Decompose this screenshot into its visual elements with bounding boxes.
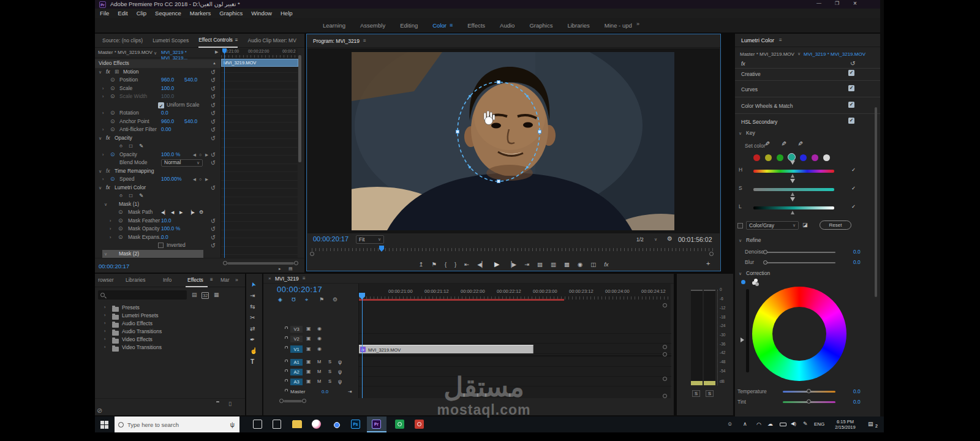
lumetri-section-color-wheels[interactable]: Color Wheels & Match (741, 103, 793, 109)
expander-icon[interactable]: › (102, 126, 104, 134)
action-center-icon[interactable]: ▤ (868, 421, 873, 427)
toggle-output-eye-icon[interactable]: ◉ (317, 346, 322, 352)
maximize-button[interactable]: ❐ (835, 1, 839, 6)
pen-tool[interactable]: ✒ (250, 336, 255, 343)
vertical-scrollbar[interactable] (875, 107, 877, 297)
chevron-down-icon[interactable]: ∨ (797, 51, 801, 56)
swatch-red[interactable] (753, 154, 760, 161)
colorgray-dropdown[interactable]: Color/Gray∨ (746, 221, 799, 230)
step-forward-icon[interactable]: ▕▶ (507, 261, 516, 268)
lumetri-sequence-clip[interactable]: MVI_3219 * MVI_3219.MOV (804, 51, 865, 57)
hue-enabled-check[interactable]: ✓ (851, 167, 856, 173)
track-resize-handle[interactable] (663, 345, 667, 349)
lumetri-title[interactable]: Lumetri Color (741, 37, 774, 43)
value-x[interactable]: 960.0 (161, 76, 174, 85)
stopwatch-icon[interactable]: ⊙ (110, 126, 115, 134)
colorgray-checkbox[interactable] (737, 223, 743, 228)
ec-row-opacity-header[interactable]: ∨ fx Opacity ↺ (95, 134, 221, 143)
expander-icon[interactable]: ∨ (739, 271, 742, 276)
program-tab[interactable]: Program: MVI_3219 (313, 38, 360, 44)
reset-icon[interactable]: ↺ (211, 85, 216, 93)
store-icon[interactable] (273, 420, 281, 429)
ec-row-anchor-point[interactable]: ⊙ Anchor Point 960.0 540.0 ↺ (95, 118, 221, 126)
panel-overflow-icon[interactable]: » (235, 277, 238, 283)
hue-handle-bottom[interactable] (791, 174, 794, 178)
multicam-icon[interactable]: ▩ (564, 261, 570, 268)
reset-icon[interactable]: ↺ (211, 225, 216, 233)
menu-graphics[interactable]: Graphics (219, 10, 243, 17)
expander-icon[interactable]: ∨ (104, 250, 107, 258)
mark-out-icon[interactable]: } (454, 261, 456, 268)
filter-32bit-icon[interactable]: 32 (202, 292, 209, 299)
tab-media-browser[interactable]: rowser (98, 277, 114, 283)
panel-menu-icon[interactable]: ≡ (363, 38, 366, 43)
ec-row-antiflicker[interactable]: › ⊙ Anti-flicker Filter 0.00 ↺ (95, 126, 221, 134)
checkbox-checked-icon[interactable]: ✓ (158, 102, 164, 108)
reset-icon[interactable]: ↺ (211, 134, 216, 143)
language-indicator[interactable]: ENG (814, 421, 824, 427)
voiceover-mic-icon[interactable]: ψ (338, 369, 342, 375)
pen-mask-icon[interactable]: ✎ (139, 192, 143, 200)
checkbox-unchecked-icon[interactable] (158, 243, 164, 248)
source-patch-icon[interactable]: ▣ (306, 326, 311, 331)
luminance-vslider-handle[interactable] (741, 337, 744, 342)
menu-markers[interactable]: Markers (190, 10, 211, 17)
invert-mask-icon[interactable]: ◪ (802, 222, 808, 228)
ec-row-inverted[interactable]: Inverted ↺ (95, 241, 221, 250)
track-target[interactable]: V3 (290, 326, 303, 333)
timeline-hscroll[interactable] (284, 400, 302, 402)
speaker-icon[interactable]: ◀) (791, 421, 796, 426)
track-target[interactable]: V2 (290, 336, 303, 342)
play-button[interactable]: ▶ (494, 260, 499, 268)
reset-icon[interactable]: ↺ (211, 159, 216, 167)
play-around-icon[interactable]: ▶ (215, 50, 218, 55)
hue-color-wheel[interactable] (752, 287, 846, 381)
checkbox-checked-icon[interactable]: ✓ (848, 85, 854, 91)
color-wheels-icon[interactable] (752, 281, 756, 285)
timeline-zoom-left-handle[interactable] (279, 399, 284, 403)
next-keyframe-icon[interactable]: ▶ (205, 151, 208, 159)
reset-icon[interactable]: ↺ (211, 126, 216, 134)
timeline-zoom-right-handle[interactable] (302, 399, 306, 403)
timeline-timecode[interactable]: 00:00:20:17 (277, 285, 322, 294)
stopwatch-icon[interactable]: ⊙ (118, 217, 123, 225)
expander-icon[interactable]: › (102, 175, 104, 184)
stopwatch-icon[interactable]: ⊙ (118, 208, 123, 217)
pen-icon[interactable]: ✎ (803, 421, 808, 427)
scrubber-right-handle[interactable] (709, 252, 714, 256)
reset-icon[interactable]: ↺ (211, 184, 216, 192)
wifi-icon[interactable]: ◠ (756, 421, 761, 428)
expander-icon[interactable]: › (110, 225, 111, 233)
step-back-icon[interactable]: ◀▏ (477, 261, 486, 268)
battery-icon[interactable] (780, 423, 786, 426)
mask-tools-wrench-icon[interactable]: ⚙ (199, 208, 203, 217)
luminance-vslider[interactable] (746, 289, 749, 372)
source-patch-icon[interactable]: ▣ (306, 379, 311, 384)
solo-button[interactable]: S (328, 379, 331, 384)
mark-in-icon[interactable]: { (445, 261, 447, 268)
reset-icon[interactable]: ↺ (211, 92, 216, 101)
luma-slider[interactable] (753, 206, 834, 209)
workspace-tab-audio[interactable]: Audio (500, 22, 514, 29)
menu-file[interactable]: File (100, 10, 109, 17)
track-header-a2[interactable]: A2 ▣ M S ψ (263, 368, 358, 377)
hscroll-left-handle[interactable] (223, 261, 227, 265)
denoise-value[interactable]: 0.0 (853, 249, 861, 255)
toggle-output-eye-icon[interactable]: ◉ (317, 326, 322, 331)
play-only-icon[interactable]: ▸ (279, 266, 281, 271)
hscroll-right-handle[interactable] (294, 261, 298, 265)
track-header-v1[interactable]: V1 ▣ ◉ (263, 344, 358, 354)
temperature-value[interactable]: 0.0 (853, 388, 861, 394)
list-item[interactable]: ›Presets (95, 303, 245, 311)
trash-icon[interactable]: ▯ (228, 401, 232, 407)
file-explorer-icon[interactable] (292, 421, 302, 428)
track-resize-handle[interactable] (663, 352, 667, 356)
reset-icon[interactable]: ↺ (211, 109, 216, 118)
expander-icon[interactable]: › (110, 233, 111, 242)
tab-libraries[interactable]: Libraries (126, 277, 146, 283)
luma-handle-top[interactable] (790, 197, 795, 202)
track-forward-icon[interactable]: ▶ (179, 208, 183, 217)
hscroll-bar[interactable] (227, 262, 294, 265)
reset-icon[interactable]: ↺ (211, 101, 216, 110)
workspace-tab-editing[interactable]: Editing (400, 22, 418, 29)
